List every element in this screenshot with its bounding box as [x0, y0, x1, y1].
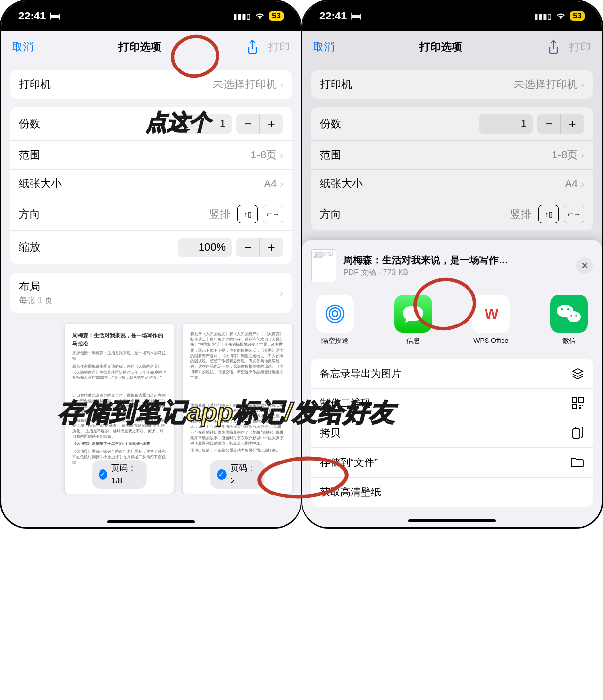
layout-sub: 每张 1 页: [19, 295, 283, 306]
svg-point-7: [570, 315, 572, 317]
app-wps[interactable]: W WPS Office: [469, 295, 513, 345]
file-title: 周梅森：生活对我来说，是一场写作…: [343, 254, 570, 267]
chevron-right-icon: ›: [280, 178, 283, 189]
action-export-image[interactable]: 备忘录导出为图片: [311, 359, 593, 389]
svg-rect-13: [582, 405, 583, 406]
scale-plus-button[interactable]: +: [260, 238, 283, 257]
home-indicator[interactable]: [408, 519, 496, 522]
copies-input[interactable]: [178, 114, 232, 134]
copy-icon: [571, 426, 584, 440]
file-thumbnail: 周梅森 生活对我来说 是一场写作的马拉松 著名作家周梅森: [311, 249, 336, 282]
folder-icon: [570, 457, 584, 468]
app-airdrop[interactable]: 隔空投送: [313, 295, 357, 345]
orientation-label: 方向: [19, 207, 40, 222]
svg-rect-9: [572, 398, 577, 402]
range-value: 1-8页: [251, 148, 277, 162]
close-button[interactable]: ✕: [576, 257, 593, 274]
check-icon: ✓: [99, 469, 107, 480]
qrcode-icon: [571, 397, 584, 410]
scale-minus-button[interactable]: −: [236, 238, 260, 257]
nav-bar: 取消 打印选项 打印: [1, 31, 301, 62]
copies-row: 份数 − +: [10, 107, 292, 141]
svg-point-0: [332, 311, 338, 317]
wechat-icon: [550, 295, 588, 333]
layout-label: 布局: [19, 279, 283, 294]
range-row[interactable]: 范围 1-8页›: [10, 141, 292, 170]
signal-icon: ▮▮▮▯: [233, 12, 251, 21]
copies-minus-button[interactable]: −: [236, 114, 260, 134]
svg-rect-14: [579, 407, 581, 409]
layers-icon: [571, 367, 584, 380]
action-save-to-files[interactable]: 存储到“文件”: [311, 448, 593, 478]
phone-left: 22:41 🛏 ▮▮▮▯ 53 取消 打印选项 打印: [0, 0, 302, 529]
page-badge: ✓ 页码：1/8: [92, 460, 147, 489]
chevron-right-icon: ›: [280, 150, 283, 161]
wps-icon: W: [472, 295, 510, 333]
action-qrcode[interactable]: 制作二维码: [311, 389, 593, 418]
dynamic-island: [113, 7, 181, 25]
print-button[interactable]: 打印: [268, 40, 290, 54]
wifi-icon: [254, 12, 265, 20]
page-thumbnail-2[interactable]: 有别于《人民的名义》和《人民的财产》，《大博弈》制造这二十多年来走过的路程，是经…: [183, 324, 292, 494]
svg-point-5: [561, 308, 563, 310]
check-icon: ✓: [217, 469, 226, 480]
messages-icon: [394, 295, 432, 333]
airdrop-icon: [316, 295, 354, 333]
portrait-button[interactable]: ↑▯: [237, 205, 258, 223]
scale-input[interactable]: [178, 238, 232, 257]
page-title: 打印选项: [118, 40, 161, 54]
svg-point-6: [567, 308, 569, 310]
orientation-value: 竖排: [209, 207, 231, 222]
chevron-right-icon: ›: [280, 287, 283, 298]
layout-row[interactable]: 布局 每张 1 页 ›: [10, 273, 292, 313]
printer-row[interactable]: 打印机 未选择打印机›: [10, 70, 292, 99]
landscape-button[interactable]: ▭→: [263, 205, 283, 223]
printer-value: 未选择打印机: [213, 77, 277, 92]
home-indicator[interactable]: [107, 520, 195, 523]
share-sheet: 周梅森 生活对我来说 是一场写作的马拉松 著名作家周梅森 周梅森：生活对我来说，…: [302, 240, 602, 527]
paper-value: A4: [264, 177, 277, 190]
app-wechat[interactable]: 微信: [547, 295, 591, 345]
printer-label: 打印机: [19, 77, 51, 92]
cancel-button[interactable]: 取消: [12, 40, 34, 54]
svg-point-1: [329, 308, 341, 320]
file-meta: PDF 文稿 · 773 KB: [343, 268, 570, 278]
app-messages[interactable]: 信息: [391, 295, 435, 345]
paper-row[interactable]: 纸张大小 A4›: [10, 170, 292, 198]
battery-icon: 53: [269, 11, 284, 21]
paper-label: 纸张大小: [19, 176, 62, 191]
svg-rect-12: [579, 405, 581, 406]
orientation-row: 方向 竖排 ↑▯ ▭→: [10, 198, 292, 231]
phone-right: 22:41 🛏 ▮▮▮▯ 53 取消 打印选项 打印: [302, 0, 603, 529]
chevron-right-icon: ›: [280, 79, 283, 90]
range-label: 范围: [19, 148, 40, 162]
svg-point-4: [567, 311, 581, 322]
page-badge: ✓ 页码：2: [210, 460, 265, 489]
copies-plus-button[interactable]: +: [260, 114, 283, 134]
page-thumbnail-1[interactable]: 周梅森：生活对我来说，是一场写作的马拉松 来源链接：周梅森：生活对我来说，是一场…: [65, 324, 174, 494]
scale-row: 缩放 − +: [10, 231, 292, 264]
copies-label: 份数: [19, 117, 40, 131]
status-bar: 22:41 🛏 ▮▮▮▯ 53: [1, 1, 301, 31]
bed-icon: 🛏: [50, 10, 60, 22]
scale-label: 缩放: [19, 240, 40, 255]
preview-area[interactable]: 周梅森：生活对我来说，是一场写作的马拉松 来源链接：周梅森：生活对我来说，是一场…: [1, 313, 301, 494]
status-time: 22:41: [18, 10, 46, 22]
svg-rect-10: [579, 398, 583, 402]
action-copy[interactable]: 拷贝: [311, 418, 593, 448]
svg-rect-11: [572, 404, 577, 409]
svg-point-8: [575, 315, 577, 317]
action-wallpaper[interactable]: 获取高清壁纸: [311, 478, 593, 507]
svg-rect-15: [573, 429, 580, 438]
share-button[interactable]: [246, 39, 259, 55]
